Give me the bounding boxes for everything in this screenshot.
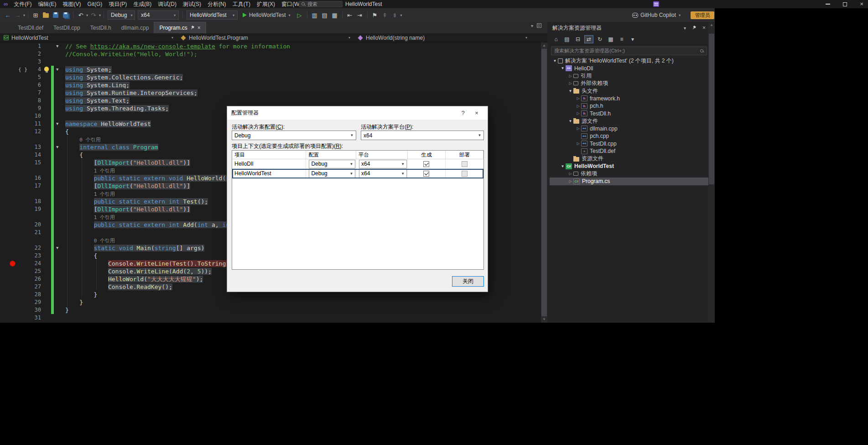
tree-item[interactable]: ▷hTestDll.h [550, 110, 708, 118]
breakpoint-margin[interactable] [0, 42, 17, 50]
pin-icon[interactable] [691, 25, 696, 30]
breakpoint-margin[interactable] [0, 159, 17, 167]
tree-expander-icon[interactable]: ▼ [552, 59, 557, 63]
toolbar-overflow-icon[interactable]: ▾ [400, 13, 402, 17]
code-text[interactable]: using System.Text; [65, 97, 541, 105]
save-icon[interactable] [51, 10, 60, 20]
collapse-all-icon[interactable]: ⊟ [573, 35, 582, 43]
tree-item[interactable]: ▷引用 [550, 72, 708, 80]
output-window-icon[interactable]: ▤ [320, 10, 329, 20]
breakpoint-margin[interactable] [0, 205, 17, 213]
breadcrumb-item[interactable]: C#HelloWorldTest▾ [0, 33, 177, 42]
redo-dropdown-icon[interactable]: ▾ [99, 13, 101, 17]
project-name-cell[interactable]: HelloWorldTest [232, 169, 306, 178]
menu-item[interactable]: 文件(F) [10, 0, 35, 8]
tree-item[interactable]: ▷hframework.h [550, 95, 708, 103]
window-layout-icon[interactable] [537, 23, 541, 28]
code-line[interactable]: 29 } [0, 298, 541, 306]
dialog-title-bar[interactable]: 配置管理器 ? × [227, 106, 488, 120]
breadcrumb-item[interactable]: HelloWorldTest.Program▾ [177, 33, 354, 42]
code-line[interactable]: 2//Console.WriteLine("Hello, World!"); [0, 50, 541, 58]
code-text[interactable]: using System.Runtime.InteropServices; [65, 89, 541, 97]
explorer-more-options-icon[interactable]: ▾ [628, 35, 637, 43]
bookmark-icon[interactable]: ⚑ [370, 10, 379, 20]
breakpoint-margin[interactable] [0, 260, 17, 267]
code-text[interactable] [65, 314, 541, 322]
document-tab[interactable]: Program.cs× [154, 22, 206, 33]
breakpoint-margin[interactable] [0, 236, 17, 244]
tree-expander-icon[interactable]: ▷ [568, 81, 573, 85]
breakpoint-margin[interactable] [0, 81, 17, 89]
deploy-checkbox[interactable] [462, 171, 468, 177]
tree-expander-icon[interactable]: ▼ [560, 164, 565, 168]
code-text[interactable]: using System.Linq; [65, 81, 541, 89]
document-tab[interactable]: TestDll.h [85, 22, 116, 33]
project-name-cell[interactable]: HelloDll [232, 159, 306, 168]
solution-configuration-dropdown[interactable]: Debug▾ [108, 10, 135, 20]
tree-expander-icon[interactable]: ▷ [568, 179, 573, 183]
breakpoint-margin[interactable] [0, 167, 17, 174]
undo-icon[interactable]: ↶ [76, 10, 85, 20]
github-copilot-button[interactable]: GitHub Copilot ▾ [632, 11, 681, 19]
close-icon[interactable]: × [860, 0, 863, 8]
refresh-icon[interactable]: ↻ [595, 35, 604, 43]
view-code-icon[interactable]: ▦ [606, 35, 615, 43]
scroll-up-icon[interactable]: ▲ [541, 42, 547, 49]
editor-scrollbar-thumb[interactable] [541, 49, 547, 316]
menu-item[interactable]: 项目(P) [105, 0, 130, 8]
sync-with-active-document-icon[interactable]: ⇄ [584, 35, 593, 43]
minimize-icon[interactable] [826, 4, 830, 4]
restore-icon[interactable] [843, 2, 847, 6]
code-line[interactable]: 3 [0, 58, 541, 66]
breakpoint-margin[interactable] [0, 244, 17, 252]
breakpoint-margin[interactable] [0, 190, 17, 198]
new-project-icon[interactable]: ⊞ [31, 10, 40, 20]
tree-item[interactable]: ▼解决方案 'HelloWorldTest' (2 个项目, 共 2 个) [550, 57, 708, 65]
code-text[interactable] [65, 58, 541, 66]
tree-expander-icon[interactable]: ▷ [576, 111, 581, 115]
menu-item[interactable]: Git(G) [84, 0, 106, 8]
menu-item[interactable]: 调试(D) [155, 0, 180, 8]
solution-scrollbar-thumb[interactable] [709, 34, 714, 184]
tree-item[interactable]: ▷C#Program.cs [550, 178, 708, 185]
active-config-dropdown[interactable]: Debug▼ [232, 131, 356, 140]
find-in-files-icon[interactable]: ▦ [330, 10, 339, 20]
code-line[interactable]: 8using System.Text; [0, 97, 541, 105]
breakpoint-margin[interactable] [0, 314, 17, 322]
panel-close-icon[interactable]: × [702, 25, 706, 31]
table-row[interactable]: HelloDllDebug▼x64▼ [232, 159, 483, 169]
dialog-help-icon[interactable]: ? [456, 110, 470, 116]
breakpoint-margin[interactable] [0, 275, 17, 283]
breakpoint-margin[interactable] [0, 198, 17, 205]
startup-project-dropdown[interactable]: HelloWorldTest▾ [187, 10, 238, 20]
tree-expander-icon[interactable]: ▷ [576, 141, 581, 146]
menu-item[interactable]: 扩展(X) [254, 0, 278, 8]
breakpoint-margin[interactable] [0, 105, 17, 112]
panel-position-dropdown-icon[interactable]: ▾ [684, 26, 686, 31]
breakpoint-margin[interactable] [0, 73, 17, 81]
tree-expander-icon[interactable]: ▷ [576, 104, 581, 108]
dialog-close-button[interactable]: 关闭 [452, 276, 484, 287]
solution-explorer-scrollbar[interactable]: ▲ [708, 22, 715, 323]
indent-decrease-icon[interactable]: ⇤ [345, 10, 354, 20]
tree-item[interactable]: ▷外部依赖项 [550, 80, 708, 88]
breakpoint-margin[interactable] [0, 66, 17, 73]
break-all-icon[interactable]: ▥ [310, 10, 319, 20]
menu-item[interactable]: 工具(T) [229, 0, 254, 8]
build-checkbox[interactable] [423, 171, 429, 177]
breadcrumb-item[interactable]: HelloWorld(string name)▾ [354, 33, 531, 42]
breakpoint-margin[interactable] [0, 267, 17, 275]
undo-dropdown-icon[interactable]: ▾ [86, 13, 88, 17]
row-configuration-dropdown[interactable]: Debug▼ [309, 160, 355, 168]
tree-item[interactable]: ▼头文件 [550, 87, 708, 95]
tree-expander-icon[interactable]: ▼ [560, 66, 565, 70]
breakpoint-margin[interactable] [0, 291, 17, 298]
tree-item[interactable]: ▷依赖项 [550, 170, 708, 178]
menu-item[interactable]: 视图(V) [60, 0, 84, 8]
table-row[interactable]: HelloWorldTestDebug▼x64▼ [232, 169, 483, 178]
breakpoint-margin[interactable] [0, 298, 17, 306]
tree-expander-icon[interactable]: ▷ [576, 126, 581, 131]
dialog-close-icon[interactable]: × [470, 110, 483, 116]
breakpoint-margin[interactable] [0, 50, 17, 58]
breakpoint-margin[interactable] [0, 120, 17, 128]
